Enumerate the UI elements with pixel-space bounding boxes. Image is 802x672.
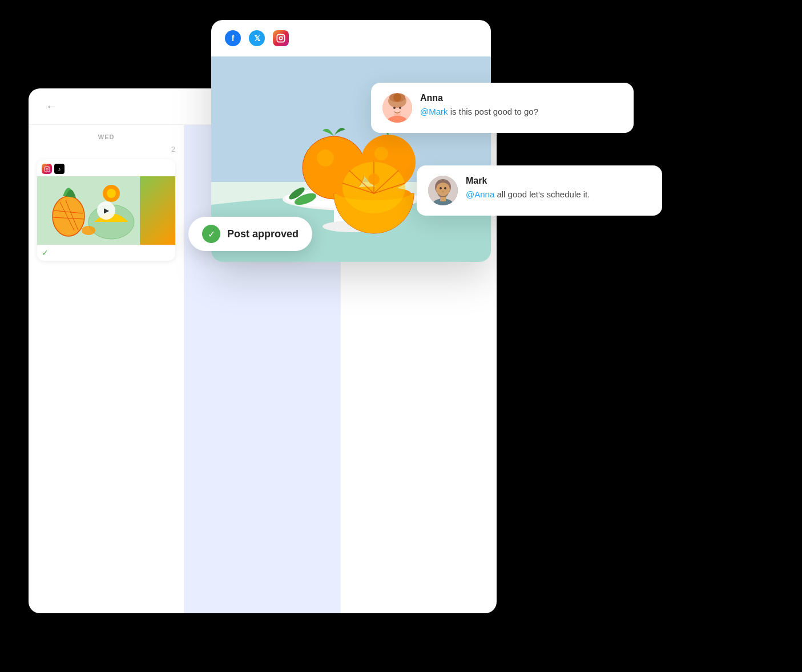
svg-point-48 (374, 147, 388, 160)
mark-message-text: all good let's schedule it. (494, 189, 590, 199)
day-label-wed: WED (37, 133, 175, 140)
anna-message-text: is this post good to go? (448, 107, 538, 116)
post-approved-badge: ✓ Post approved (188, 217, 312, 251)
mark-message: @Anna all good let's schedule it. (466, 188, 590, 201)
anna-mention: @Mark (420, 107, 448, 116)
approved-text: Post approved (227, 228, 299, 240)
svg-point-2 (48, 167, 49, 168)
anna-chat-content: Anna @Mark is this post good to go? (420, 93, 538, 119)
instagram-icon (42, 164, 52, 174)
svg-point-62 (393, 94, 401, 102)
play-button[interactable]: ▶ (97, 201, 115, 220)
mark-chat-content: Mark @Anna all good let's schedule it. (466, 176, 590, 201)
post-footer-approved: ✓ (37, 245, 175, 261)
post-card-pineapple[interactable]: ♪ (37, 159, 175, 261)
day-number-2: 2 (37, 145, 175, 153)
svg-point-66 (399, 107, 401, 109)
svg-point-65 (393, 107, 396, 109)
back-button[interactable]: ← (46, 100, 57, 113)
svg-rect-0 (44, 166, 49, 171)
twitter-icon-large: 𝕏 (249, 30, 265, 46)
svg-point-46 (317, 149, 334, 167)
pineapple-image: ▶ (37, 176, 175, 245)
instagram-icon-large (273, 30, 289, 46)
svg-point-13 (107, 189, 116, 198)
svg-rect-35 (277, 34, 284, 42)
svg-point-70 (440, 187, 442, 189)
anna-name: Anna (420, 93, 538, 103)
svg-point-36 (279, 37, 282, 39)
post-icons: ♪ (37, 159, 175, 176)
large-post-header: f 𝕏 (211, 20, 491, 56)
mark-avatar (428, 176, 458, 205)
chat-bubble-anna: Anna @Mark is this post good to go? (371, 83, 634, 133)
calendar-col-wed: WED 2 ♪ (29, 125, 184, 613)
scene: ← WED 2 (0, 0, 802, 672)
approved-check-circle: ✓ (202, 225, 220, 243)
checkmark-icon: ✓ (208, 229, 215, 240)
svg-point-56 (368, 173, 380, 185)
svg-point-71 (444, 187, 446, 189)
facebook-icon-large: f (225, 30, 241, 46)
mark-mention: @Anna (466, 189, 494, 199)
anna-message: @Mark is this post good to go? (420, 106, 538, 119)
svg-point-37 (283, 35, 284, 37)
svg-rect-74 (440, 197, 446, 201)
tiktok-icon: ♪ (54, 164, 65, 174)
svg-point-1 (46, 168, 48, 170)
svg-point-14 (82, 226, 95, 235)
svg-point-72 (442, 191, 444, 193)
mark-name: Mark (466, 176, 590, 186)
approved-check-icon: ✓ (42, 248, 49, 257)
anna-avatar (382, 93, 412, 123)
chat-bubble-mark: Mark @Anna all good let's schedule it. (417, 165, 662, 216)
